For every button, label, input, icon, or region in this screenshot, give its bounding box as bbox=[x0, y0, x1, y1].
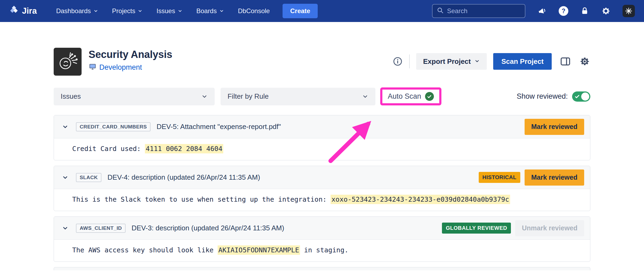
finding-snippet: The AWS access key should look like AKIA… bbox=[54, 240, 590, 261]
sensitive-highlight: xoxo-523423-234243-234233-e039d02840a0b9… bbox=[331, 195, 510, 204]
findings-list: CREDIT_CARD_NUMBERS DEV-5: Attachment "e… bbox=[54, 115, 590, 270]
nav-dbconsole[interactable]: DbConsole bbox=[238, 7, 270, 15]
global-search[interactable] bbox=[432, 4, 525, 18]
settings-gear-icon[interactable] bbox=[579, 56, 590, 67]
project-breadcrumb: Development bbox=[89, 63, 172, 72]
sensitive-highlight: AKIAIO5FODNN7EXAMPLE bbox=[218, 245, 300, 255]
main-nav: Dashboards Projects Issues Boards DbCons… bbox=[56, 7, 270, 15]
search-input[interactable] bbox=[447, 7, 521, 15]
navbar-icon-group: ? bbox=[537, 5, 635, 17]
page-title: Security Analysis bbox=[89, 49, 172, 60]
jira-brand[interactable]: Jira bbox=[9, 5, 37, 17]
finding-card: AWS_CLIENT_ID DEV-3: description (update… bbox=[54, 216, 590, 262]
globally-reviewed-badge: GLOBALLY REVIEWED bbox=[442, 223, 511, 234]
card-actions: Mark reviewed bbox=[525, 119, 584, 135]
create-button[interactable]: Create bbox=[283, 4, 318, 18]
finding-snippet: Credit Card used: 4111 0062 2084 4604 bbox=[54, 138, 590, 160]
historical-badge: HISTORICAL bbox=[479, 172, 520, 183]
project-type-icon bbox=[89, 63, 97, 72]
sensitive-highlight: 4111 0062 2084 4604 bbox=[145, 144, 223, 153]
project-header: Security Analysis Development bbox=[54, 48, 590, 76]
jira-logo-icon bbox=[9, 5, 19, 17]
mark-reviewed-button[interactable]: Mark reviewed bbox=[525, 169, 584, 186]
issues-select[interactable]: Issues bbox=[54, 88, 215, 105]
next-card-partial bbox=[54, 267, 590, 270]
search-icon bbox=[437, 7, 444, 15]
header-actions: Export Project Scan Project bbox=[393, 53, 590, 70]
finding-card: SLACK DEV-4: description (updated 26/Apr… bbox=[54, 166, 590, 211]
announcement-icon[interactable] bbox=[537, 6, 547, 16]
auto-scan-checked-icon[interactable] bbox=[425, 92, 434, 101]
finding-card-header: SLACK DEV-4: description (updated 26/Apr… bbox=[54, 166, 590, 189]
nav-dashboards[interactable]: Dashboards bbox=[56, 7, 98, 15]
finding-title: DEV-3: description (updated 26/Apr/24 11… bbox=[131, 224, 284, 232]
gear-icon[interactable] bbox=[601, 6, 611, 16]
divider bbox=[409, 54, 410, 68]
card-actions: HISTORICAL Mark reviewed bbox=[479, 169, 584, 186]
project-title-block: Security Analysis Development bbox=[89, 48, 172, 72]
filter-by-rule-select[interactable]: Filter by Rule bbox=[221, 88, 375, 105]
lock-icon[interactable] bbox=[580, 6, 589, 16]
nav-boards[interactable]: Boards bbox=[196, 7, 224, 15]
finding-card-header: CREDIT_CARD_NUMBERS DEV-5: Attachment "e… bbox=[54, 115, 590, 138]
project-link[interactable]: Development bbox=[99, 63, 142, 72]
scan-project-button[interactable]: Scan Project bbox=[493, 53, 552, 70]
user-avatar[interactable] bbox=[623, 5, 635, 17]
nav-projects[interactable]: Projects bbox=[112, 7, 143, 15]
card-actions: GLOBALLY REVIEWED Unmark reviewed bbox=[442, 220, 584, 236]
finding-card: CREDIT_CARD_NUMBERS DEV-5: Attachment "e… bbox=[54, 115, 590, 160]
mark-reviewed-button[interactable]: Mark reviewed bbox=[525, 119, 584, 135]
show-reviewed-toggle[interactable] bbox=[572, 91, 590, 102]
annotation-highlight-box: Auto Scan bbox=[380, 87, 441, 105]
chevron-down-icon bbox=[138, 9, 142, 13]
finding-title: DEV-4: description (updated 26/Apr/24 11… bbox=[107, 173, 260, 182]
snippet-text: in staging. bbox=[300, 246, 349, 254]
check-icon bbox=[575, 94, 580, 99]
show-reviewed-label: Show reviewed: bbox=[517, 92, 568, 101]
collapse-chevron-icon[interactable] bbox=[62, 174, 68, 181]
chevron-down-icon bbox=[201, 93, 208, 100]
chevron-down-icon bbox=[93, 9, 98, 13]
collapse-chevron-icon[interactable] bbox=[62, 225, 68, 231]
chevron-down-icon bbox=[474, 57, 480, 66]
export-project-button[interactable]: Export Project bbox=[416, 53, 487, 70]
nav-issues[interactable]: Issues bbox=[156, 7, 182, 15]
finding-snippet: This is the Slack token to use when sett… bbox=[54, 189, 590, 211]
snippet-text: The AWS access key should look like bbox=[72, 246, 218, 254]
rule-badge: SLACK bbox=[76, 173, 101, 182]
info-icon[interactable] bbox=[393, 56, 403, 67]
top-navbar: Jira Dashboards Projects Issues Boards D… bbox=[0, 0, 644, 22]
chevron-down-icon bbox=[362, 93, 368, 100]
details-panel-icon[interactable] bbox=[560, 56, 571, 67]
chevron-down-icon bbox=[219, 9, 224, 13]
rule-badge: CREDIT_CARD_NUMBERS bbox=[76, 122, 151, 131]
toggle-knob bbox=[581, 93, 589, 101]
help-icon[interactable]: ? bbox=[559, 6, 568, 16]
app-window: Jira Dashboards Projects Issues Boards D… bbox=[0, 0, 644, 273]
main-content: Security Analysis Development bbox=[0, 48, 644, 270]
finding-title: DEV-5: Attachment "expense-report.pdf" bbox=[156, 123, 281, 131]
show-reviewed-control: Show reviewed: bbox=[517, 91, 590, 102]
snippet-text: This is the Slack token to use when sett… bbox=[72, 195, 331, 203]
rule-badge: AWS_CLIENT_ID bbox=[76, 224, 126, 233]
unmark-reviewed-button[interactable]: Unmark reviewed bbox=[515, 220, 584, 236]
filter-row: Issues Filter by Rule Auto Scan Show rev… bbox=[54, 87, 590, 105]
project-avatar bbox=[54, 48, 82, 76]
auto-scan-label: Auto Scan bbox=[388, 92, 421, 101]
finding-card-header: AWS_CLIENT_ID DEV-3: description (update… bbox=[54, 217, 590, 240]
chevron-down-icon bbox=[178, 9, 182, 13]
collapse-chevron-icon[interactable] bbox=[62, 124, 68, 130]
brand-label: Jira bbox=[22, 6, 37, 16]
snippet-text: Credit Card used: bbox=[72, 145, 145, 153]
